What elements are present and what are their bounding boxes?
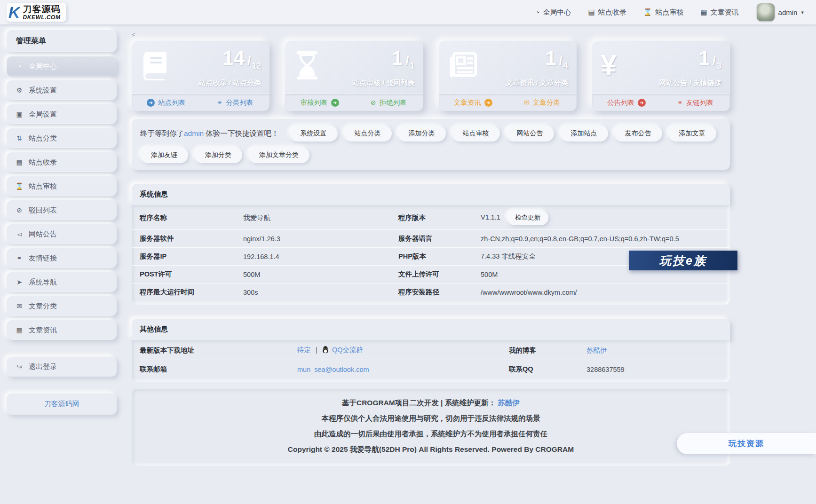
arrow-circle-icon: ➔ xyxy=(484,99,492,107)
watermark-text: 玩技资源 xyxy=(729,438,764,449)
gear-icon: ⚙ xyxy=(15,87,24,94)
yen-icon: ¥ xyxy=(601,50,617,89)
sidebar-item-label: 系统导航 xyxy=(29,278,57,287)
welcome-panel: 终于等到你了admin 体验一下快捷设置吧！ 系统设置 站点分类 添加分类 站点… xyxy=(132,119,730,170)
review-list-link[interactable]: 审核列表 ➔ xyxy=(285,94,354,111)
sidebar-item-articles[interactable]: ▦ 文章资讯 xyxy=(7,320,117,340)
quick-btn-system-settings[interactable]: 系统设置 xyxy=(290,126,338,142)
envelope-icon: ✉ xyxy=(15,302,24,310)
dashboard-icon: ◔ xyxy=(15,63,24,70)
quick-btn-add-article-category[interactable]: 添加文章分类 xyxy=(248,147,309,163)
user-menu[interactable]: admin ▾ xyxy=(757,3,804,21)
topnav-label: 文章资讯 xyxy=(711,8,739,17)
quick-btn-add-site[interactable]: 添加站点 xyxy=(560,126,608,142)
quick-btn-add-friend-link[interactable]: 添加友链 xyxy=(140,147,188,163)
blog-link[interactable]: 苏酷伊 xyxy=(586,346,722,355)
sidebar-item-label: 全局中心 xyxy=(29,62,57,71)
user-avatar[interactable] xyxy=(757,3,775,21)
sidebar-item-label: 文章资讯 xyxy=(29,326,57,335)
category-list-link[interactable]: ⚭ 分类列表 xyxy=(201,94,270,111)
sidebar-item-rejected-list[interactable]: ⊘ 驳回列表 xyxy=(7,200,117,220)
book-icon: ▤ xyxy=(588,8,595,16)
sidebar-item-label: 网站公告 xyxy=(29,230,57,239)
card-subtitle: 文章资讯 / 文章分类 xyxy=(506,79,568,87)
sidebar-item-article-category[interactable]: ✉ 文章分类 xyxy=(7,296,117,316)
sidebar-item-site-review[interactable]: ⌛ 站点审核 xyxy=(7,176,117,196)
announcement-list-link[interactable]: 公告列表 ➔ xyxy=(592,94,661,111)
card-site-index: 14/12 站点收录 / 站点分类 ➔ 站点列表 ⚭ 分类列表 xyxy=(132,41,269,111)
topnav-site-index[interactable]: ▤ 站点收录 xyxy=(588,8,626,17)
sidebar-item-global-center[interactable]: ◔ 全局中心 xyxy=(7,56,117,76)
stat-cards: 14/12 站点收录 / 站点分类 ➔ 站点列表 ⚭ 分类列表 xyxy=(132,41,730,111)
card-value: 1 xyxy=(545,47,556,69)
sidebar-item-system-nav[interactable]: ➤ 系统导航 xyxy=(7,272,117,292)
system-info-panel: 系统信息 程序名称 我爱导航 程序版本 V1.1.1 检查更新 服务器软件 ng… xyxy=(132,184,730,305)
rejected-list-link[interactable]: ⊘ 拒绝列表 xyxy=(354,94,423,111)
quick-btn-publish-announcement[interactable]: 发布公告 xyxy=(614,126,662,142)
sidebar-item-site-index[interactable]: ▤ 站点收录 xyxy=(7,152,117,172)
info-value: 500M xyxy=(243,271,398,278)
maintainer-link[interactable]: 苏酷伊 xyxy=(498,399,520,407)
sidebar-title: 管理菜单 xyxy=(7,30,117,52)
contact-email-link[interactable]: mun_sea@outlook.com xyxy=(297,366,509,373)
other-info-panel: 其他信息 最新版本下载地址 待定 | QQ交流群 我的博客 苏酷伊 联系邮箱 m… xyxy=(132,319,730,382)
info-row: 程序名称 我爱导航 程序版本 V1.1.1 检查更新 xyxy=(132,206,730,229)
topnav-label: 站点审核 xyxy=(655,8,683,17)
card-footer: 审核列表 ➔ ⊘ 拒绝列表 xyxy=(285,94,423,111)
info-value: 500M xyxy=(481,271,722,278)
quick-btn-site-category[interactable]: 站点分类 xyxy=(344,126,392,142)
program-version: V1.1.1 xyxy=(481,213,500,221)
footer-link-label: 文章资讯 xyxy=(454,98,481,107)
site-list-link[interactable]: ➔ 站点列表 xyxy=(132,94,201,111)
qq-group-link[interactable]: QQ交流群 xyxy=(332,346,363,354)
sidebar-collapse-toggle[interactable]: < xyxy=(132,31,138,38)
download-links: 待定 | QQ交流群 xyxy=(297,346,509,355)
info-value: /www/wwwroot/www.dkym.com/ xyxy=(481,289,722,296)
card-announcements: ¥ 1/3 网站公告 / 友情链接 公告列表 ➔ ⚭ 友链列表 xyxy=(592,41,730,111)
articles-link[interactable]: 文章资讯 ➔ xyxy=(439,94,508,111)
handshake-icon: ⚭ xyxy=(677,99,683,106)
quick-btn-add-article[interactable]: 添加文章 xyxy=(668,126,716,142)
card-total: 3 xyxy=(717,61,721,71)
main-content: < 14/12 站点收录 / 站点分类 ➔ 站点列表 xyxy=(132,29,730,466)
info-label: 我的博客 xyxy=(509,346,586,355)
sidebar-item-global-settings[interactable]: ▣ 全局设置 xyxy=(7,104,117,124)
sidebar-item-system-settings[interactable]: ⚙ 系统设置 xyxy=(7,80,117,100)
sidebar-item-logout[interactable]: ↪ 退出登录 xyxy=(7,357,117,377)
site-logo[interactable]: K 刀客源码 DKEWL.COM xyxy=(7,3,66,22)
article-category-link[interactable]: ✉ 文章分类 xyxy=(507,94,577,111)
quick-btn-add-category[interactable]: 添加分类 xyxy=(398,126,446,142)
check-update-button[interactable]: 检查更新 xyxy=(507,210,548,225)
sidebar-footer-link[interactable]: 刀客源码网 xyxy=(7,394,117,415)
friend-link-list-link[interactable]: ⚭ 友链列表 xyxy=(661,94,730,111)
card-body: 1/1 站点审核 / 驳回列表 xyxy=(285,41,423,94)
info-label: POST许可 xyxy=(140,270,243,279)
sidebar-item-site-category[interactable]: ⇅ 站点分类 xyxy=(7,128,117,148)
topnav-global-center[interactable]: ◔ 全局中心 xyxy=(535,8,571,17)
watermark-badge-corner[interactable]: 玩技资源 xyxy=(677,433,816,454)
quick-btn-site-announcement[interactable]: 网站公告 xyxy=(506,126,554,142)
topnav-articles[interactable]: ▦ 文章资讯 xyxy=(700,8,738,17)
footer-link-label: 拒绝列表 xyxy=(380,98,407,107)
sidebar-item-friend-links[interactable]: ⚭ 友情链接 xyxy=(7,248,117,268)
pending-link[interactable]: 待定 xyxy=(297,346,311,354)
card-slash: / xyxy=(713,54,716,68)
topnav-site-review[interactable]: ⌛ 站点审核 xyxy=(643,8,684,17)
info-value: 300s xyxy=(243,289,398,296)
logo-title: 刀客源码 xyxy=(23,5,61,14)
arrow-circle-icon: ➔ xyxy=(331,99,339,107)
card-slash: / xyxy=(247,54,251,68)
footer-link-label: 公告列表 xyxy=(607,98,634,107)
sidebar-item-label: 站点分类 xyxy=(29,134,57,143)
info-row: 程序最大运行时间 300s 程序安装路径 /www/wwwroot/www.dk… xyxy=(132,283,730,301)
card-value: 14 xyxy=(222,47,245,69)
footer-line-3: 由此造成的一切后果由使用者承担，系统维护方不为使用者承担任何责任 xyxy=(141,429,721,439)
card-footer: ➔ 站点列表 ⚭ 分类列表 xyxy=(132,94,269,111)
sidebar-item-site-announcement[interactable]: ◅ 网站公告 xyxy=(7,224,117,244)
quick-btn-add-category-2[interactable]: 添加分类 xyxy=(194,147,242,163)
footer-link-label: 文章分类 xyxy=(533,98,560,107)
footer-line-2: 本程序仅供个人合法用途使用与研究，切勿用于违反法律法规的场景 xyxy=(141,414,721,424)
quick-btn-site-review[interactable]: 站点审核 xyxy=(452,126,500,142)
sidebar-item-label: 站点审核 xyxy=(29,182,57,191)
card-body: 14/12 站点收录 / 站点分类 xyxy=(132,41,269,94)
